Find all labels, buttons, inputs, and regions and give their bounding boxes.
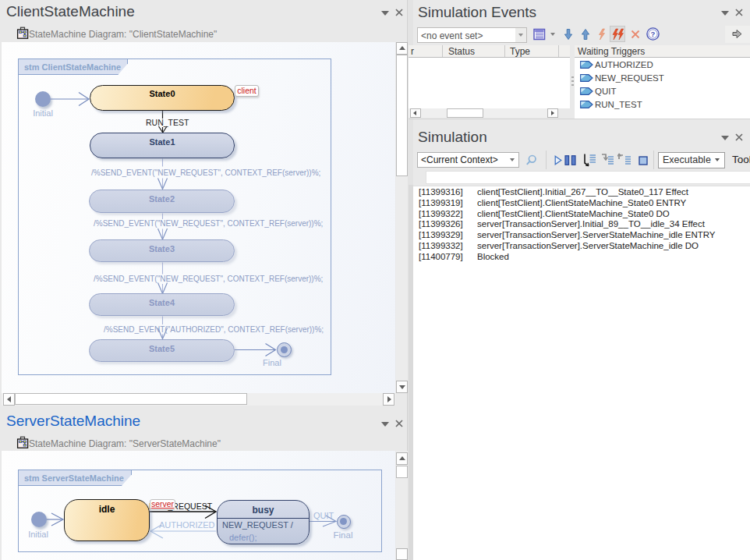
svg-text:?: ?: [651, 30, 656, 38]
